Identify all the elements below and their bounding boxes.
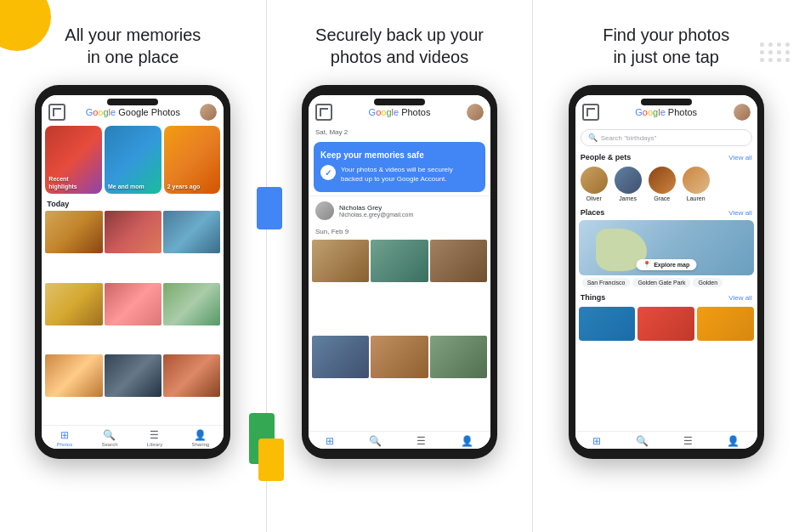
dot-5 (760, 50, 764, 54)
photo-cell-6[interactable] (163, 283, 220, 325)
pp-cell-2[interactable] (371, 240, 428, 282)
library-nav-icon-1: ☰ (150, 429, 159, 441)
name-grace: Grace (654, 195, 670, 201)
view-all-things[interactable]: View all (728, 294, 751, 302)
search-placeholder-3: Search "birthdays" (601, 134, 657, 142)
phone-2-screen: Google Photos Sat, May 2 Keep your memor… (309, 95, 490, 449)
memory-years-ago[interactable]: 2 years ago (164, 126, 221, 194)
dot-1 (760, 42, 764, 47)
person-oliver[interactable]: Oliver (581, 167, 608, 201)
view-all-places[interactable]: View all (728, 209, 751, 217)
photo-cell-3[interactable] (163, 211, 220, 253)
dot-8 (785, 50, 790, 54)
things-section-title: Things (581, 293, 606, 302)
panel-search: Find your photos in just one tap Google … (533, 0, 799, 532)
phone-1: Google Google Photos Recenthighlights Me… (35, 85, 230, 459)
photo-cell-4[interactable] (45, 283, 102, 325)
view-all-people[interactable]: View all (728, 154, 751, 161)
explore-map-button[interactable]: 📍 Explore map (636, 259, 696, 270)
photo-cell-1[interactable] (45, 211, 102, 253)
pp-cell-5[interactable] (371, 336, 428, 378)
dot-11 (777, 58, 781, 62)
name-lauren: Lauren (687, 195, 706, 201)
nav-sharing-3[interactable]: 👤 (727, 435, 740, 447)
person-lauren[interactable]: Lauren (683, 167, 710, 201)
panel-1-heading: All your memories in one place (65, 24, 201, 68)
map-preview[interactable]: 📍 Explore map (579, 220, 754, 275)
phone-3-screen: Google Photos 🔍 Search "birthdays" Peopl… (575, 95, 757, 449)
thing-card-3[interactable] (697, 307, 754, 341)
explore-map-label: Explore map (654, 262, 689, 268)
pp-cell-6[interactable] (430, 336, 487, 378)
avatar-1 (200, 104, 217, 121)
nav-sharing-1[interactable]: 👤 Sharing (191, 429, 209, 447)
phone-3: Google Photos 🔍 Search "birthdays" Peopl… (569, 85, 764, 459)
avatar-3 (734, 104, 751, 121)
avatar-img-1 (200, 104, 217, 121)
name-james: James (619, 195, 637, 201)
person-grace[interactable]: Grace (649, 167, 676, 201)
app-title-2: Google Photos (332, 107, 467, 117)
dot-9 (760, 58, 764, 62)
photo-cell-8[interactable] (105, 354, 162, 397)
photo-cell-5[interactable] (105, 283, 162, 325)
memories-row: Recenthighlights Me and mom 2 years ago (42, 126, 224, 197)
search-bar-3[interactable]: 🔍 Search "birthdays" (581, 129, 752, 146)
nav-sharing-2[interactable]: 👤 (461, 435, 473, 447)
pp-cell-4[interactable] (312, 336, 369, 378)
nav-photos-3[interactable]: ⊞ (592, 435, 601, 447)
search-nav-icon-1: 🔍 (103, 429, 116, 441)
shop-icon-3 (582, 104, 599, 121)
things-row (579, 305, 754, 342)
backup-title: Keep your memories safe (320, 150, 479, 160)
nav-photos-1[interactable]: ⊞ Photos (56, 429, 72, 447)
places-section: 📍 Explore map San Francisco Golden Gate … (575, 220, 757, 290)
memory-label-2: Me and mom (108, 184, 144, 190)
nav-search-2[interactable]: 🔍 (369, 435, 382, 447)
nav-label-library-1: Library (147, 442, 162, 447)
photos-nav-icon-1: ⊞ (60, 429, 69, 441)
pp-cell-1[interactable] (312, 240, 369, 282)
hero-section: All your memories in one place Google Go… (0, 0, 799, 532)
things-section (575, 305, 757, 342)
memory-label-3: 2 years ago (167, 184, 201, 190)
thing-card-2[interactable] (638, 307, 694, 341)
phone-1-notch (107, 99, 158, 105)
nav-library-1[interactable]: ☰ Library (147, 429, 162, 447)
nav-label-sharing-1: Sharing (191, 442, 209, 447)
account-row[interactable]: Nicholas Grey Nicholas.e.grey@gmail.com (309, 195, 490, 225)
nav-search-3[interactable]: 🔍 (636, 435, 649, 447)
nav-photos-2[interactable]: ⊞ (326, 435, 334, 447)
nav-library-2[interactable]: ☰ (416, 435, 426, 447)
bottom-nav-3: ⊞ 🔍 ☰ 👤 (575, 431, 757, 449)
panel-3-title: Find your photos in just one tap (603, 24, 729, 68)
person-james[interactable]: James (615, 167, 642, 201)
photo-cell-2[interactable] (105, 211, 162, 253)
library-nav-icon-3: ☰ (683, 435, 693, 447)
avatar-img-3 (734, 104, 751, 121)
loc-tag-golden[interactable]: Golden (693, 278, 722, 287)
panel-3-heading: Find your photos in just one tap (603, 24, 729, 68)
loc-tag-gg[interactable]: Golden Gate Park (632, 278, 690, 287)
thing-card-1[interactable] (579, 307, 636, 341)
backup-date-2: Sun, Feb 9 (309, 225, 490, 238)
bottom-nav-1: ⊞ Photos 🔍 Search ☰ Library 👤 Sharing (42, 425, 224, 449)
nav-library-3[interactable]: ☰ (683, 435, 693, 447)
nav-search-1[interactable]: 🔍 Search (101, 429, 117, 447)
map-pin-icon: 📍 (643, 261, 651, 269)
people-section-header: People & pets View all (575, 150, 757, 165)
pp-cell-3[interactable] (430, 240, 487, 282)
check-icon: ✓ (320, 165, 336, 180)
places-section-title: Places (581, 208, 605, 217)
photo-cell-7[interactable] (45, 354, 102, 397)
panel-2-title: Securely back up your photos and videos (315, 24, 484, 68)
phone-2: Google Photos Sat, May 2 Keep your memor… (302, 85, 497, 459)
loc-tag-sf[interactable]: San Francisco (582, 278, 631, 287)
photo-cell-9[interactable] (163, 354, 220, 397)
memory-mom[interactable]: Me and mom (105, 126, 162, 194)
memory-highlights[interactable]: Recenthighlights (45, 126, 102, 194)
search-nav-icon-2: 🔍 (369, 435, 382, 447)
checkmark: ✓ (325, 168, 332, 178)
nav-label-search-1: Search (101, 442, 117, 447)
photo-grid-2 (309, 238, 490, 431)
